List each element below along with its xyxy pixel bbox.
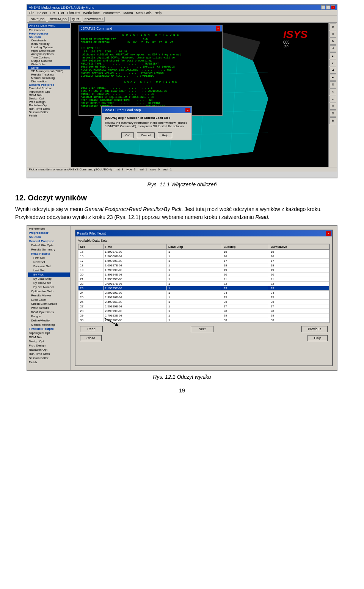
maximize-button[interactable]: □ xyxy=(326,5,330,9)
table-row[interactable]: 201.89994E-0312020 xyxy=(78,272,329,277)
menu-help[interactable]: Help xyxy=(155,11,162,15)
sidebar-item-rigid-deformable[interactable]: Rigid-Deformable xyxy=(28,49,70,52)
results-menu-by-set-number[interactable]: By Set Number xyxy=(28,285,70,289)
results-menu-read-results[interactable]: Read Results xyxy=(28,252,70,256)
sidebar-item-prob-design[interactable]: Prob Design xyxy=(28,100,70,104)
sidebar-item-diagnostics[interactable]: Diagnostics xyxy=(28,80,70,83)
table-row[interactable]: 181.69997E-0311818 xyxy=(78,263,329,268)
sidebar-item-time-controls[interactable]: Time Controls xyxy=(28,56,70,59)
minimize-button[interactable]: _ xyxy=(321,5,325,9)
results-menu-data-file-opts[interactable]: Data & File Opts xyxy=(28,243,70,247)
sidebar-item-general-postproc[interactable]: General Postproc xyxy=(28,83,70,87)
results-menu-fatigue[interactable]: Fatigue xyxy=(28,314,70,318)
jstatus-close-button[interactable]: × xyxy=(216,26,220,31)
help-button[interactable]: Help xyxy=(308,335,328,341)
results-menu-by-load-step[interactable]: By Load Step xyxy=(28,277,70,281)
rtoolbar-btn-10[interactable]: ✕ xyxy=(329,88,336,95)
sidebar-item-write-jobs[interactable]: Write Jobs xyxy=(28,63,70,66)
menu-plotctrls[interactable]: PlotCtrls xyxy=(67,11,80,15)
results-menu-solution[interactable]: Solution xyxy=(28,235,70,239)
table-row[interactable]: 161.50000E-0311616 xyxy=(78,254,329,259)
menu-select[interactable]: Select xyxy=(38,11,47,15)
solve-cancel-button[interactable]: Cancel xyxy=(137,132,155,138)
sidebar-item-manual-rezoning[interactable]: Manual Rezoning xyxy=(28,76,70,80)
resum-db-button[interactable]: RESUM_DB xyxy=(48,17,68,22)
sidebar-item-timehist[interactable]: TimeHist Postprc xyxy=(28,87,70,90)
table-row[interactable]: 272.59999E-0312727 xyxy=(78,304,329,309)
sidebar-item-finish[interactable]: Finish xyxy=(28,114,70,117)
rtoolbar-btn-6[interactable]: ▼ xyxy=(329,60,336,66)
results-menu-rom-tool[interactable]: ROM Tool xyxy=(28,335,70,339)
sidebar-item-solution[interactable]: Solution xyxy=(28,35,70,39)
table-row[interactable]: 252.39996E-0312525 xyxy=(78,295,329,300)
results-menu-preprocessor[interactable]: Preprocessor xyxy=(28,231,70,235)
results-menu-session-editor[interactable]: Session Editor xyxy=(28,356,70,360)
sidebar-item-preprocessor[interactable]: Preprocessor xyxy=(28,32,70,35)
rtoolbar-btn-2[interactable]: ⊖ xyxy=(329,31,336,38)
results-menu-prob-design[interactable]: Prob Design xyxy=(28,343,70,348)
rtoolbar-btn-12[interactable]: ⊞ xyxy=(329,103,336,110)
powrgrph-button[interactable]: POWRGRPH xyxy=(83,17,105,22)
sidebar-item-results-tracking[interactable]: Results Tracking xyxy=(28,73,70,76)
results-menu-by-time-freq[interactable]: By Time/Freq xyxy=(28,281,70,285)
rtoolbar-btn-1[interactable]: ⊕ xyxy=(329,24,336,30)
results-menu-next-set[interactable]: Next Set xyxy=(28,260,70,264)
menu-file[interactable]: File xyxy=(29,11,35,15)
results-menu-manual-rezoning[interactable]: Manual Rezoning xyxy=(28,323,70,327)
results-menu-general-postproc[interactable]: General Postproc xyxy=(28,239,70,243)
results-menu-last-set[interactable]: Last Set xyxy=(28,268,70,272)
rtoolbar-btn-13[interactable]: ⊟ xyxy=(329,110,336,117)
sidebar-item-constraints[interactable]: Constraints xyxy=(28,39,70,42)
results-menu-options-outp[interactable]: Options for Outp xyxy=(28,289,70,293)
save-db-button[interactable]: SAVE_DB xyxy=(29,17,46,22)
next-button[interactable]: Next xyxy=(191,326,213,332)
quit-button[interactable]: QUIT xyxy=(70,17,81,22)
data-sets-table-scroll[interactable]: Set Time Load Step Substep Cumulative 15… xyxy=(78,244,330,323)
table-row[interactable]: 232.19995E-0312323 xyxy=(78,286,329,291)
results-menu-finish[interactable]: Finish xyxy=(28,360,70,364)
table-row[interactable]: 171.59999E-0311717 xyxy=(78,259,329,263)
results-menu-load-case[interactable]: Load Case xyxy=(28,298,70,302)
sidebar-item-solve[interactable]: Solve xyxy=(28,66,70,69)
close-button[interactable]: Close xyxy=(80,335,102,341)
solve-close-button[interactable]: × xyxy=(185,108,190,112)
sidebar-item-output-controls[interactable]: Output Controls xyxy=(28,59,70,63)
sidebar-item-runtime-stats[interactable]: Run-Time Stats xyxy=(28,107,70,110)
rtoolbar-btn-4[interactable]: ↺ xyxy=(329,45,336,52)
results-menu-results-viewer[interactable]: Results Viewer xyxy=(28,293,70,298)
results-menu-radiation-opt[interactable]: Radiation Opt xyxy=(28,348,70,352)
read-button[interactable]: Read xyxy=(80,326,103,332)
table-row[interactable]: 282.69999E-0312828 xyxy=(78,309,329,313)
results-menu-results-summary[interactable]: Results Summary xyxy=(28,247,70,252)
table-row[interactable]: 242.29999E-0312424 xyxy=(78,291,329,295)
solve-help-button[interactable]: Help xyxy=(158,132,172,138)
sidebar-item-topological-opt[interactable]: Topological Opt xyxy=(28,90,70,93)
results-menu-write-results[interactable]: Write Results xyxy=(28,306,70,310)
results-menu-timehist[interactable]: TimeHist Postprc xyxy=(28,327,70,331)
sidebar-item-rom-tool[interactable]: ROM Tool xyxy=(28,93,70,97)
table-row[interactable]: 191.79999E-0311919 xyxy=(78,268,329,272)
results-menu-first-set[interactable]: First Set xyxy=(28,256,70,260)
rtoolbar-btn-9[interactable]: ⊠ xyxy=(329,81,336,88)
results-menu-previous-set[interactable]: Previous Set xyxy=(28,264,70,268)
previous-button[interactable]: Previous xyxy=(301,326,328,332)
rtoolbar-btn-14[interactable]: ◉ xyxy=(329,117,336,124)
results-menu-preferences[interactable]: Preferences xyxy=(28,227,70,231)
results-dialog-close-button[interactable]: × xyxy=(326,231,331,236)
results-menu-topological-opt[interactable]: Topological Opt xyxy=(28,331,70,335)
results-menu-check-elem-shape[interactable]: Check Elem Shape xyxy=(28,302,70,306)
solve-ok-button[interactable]: OK xyxy=(121,132,134,138)
menu-list[interactable]: List xyxy=(50,11,55,15)
close-button[interactable]: × xyxy=(331,5,335,9)
sidebar-item-design-opt[interactable]: Design Opt xyxy=(28,97,70,100)
rtoolbar-btn-5[interactable]: ▲ xyxy=(329,52,336,59)
rtoolbar-btn-7[interactable]: ◀ xyxy=(329,67,336,74)
sidebar-item-preferences[interactable]: Preferences xyxy=(28,28,70,32)
menu-plot[interactable]: Plot xyxy=(58,11,64,15)
results-menu-design-opt[interactable]: Design Opt xyxy=(28,339,70,343)
results-menu-define-modify[interactable]: Define/Modify xyxy=(28,318,70,323)
sidebar-item-se-management[interactable]: SE Management (CMS) xyxy=(28,69,70,73)
rtoolbar-btn-3[interactable]: ↻ xyxy=(329,38,336,45)
sidebar-item-loading-options[interactable]: Loading Options xyxy=(28,46,70,49)
table-row[interactable]: 211.99995E-0312121 xyxy=(78,277,329,282)
